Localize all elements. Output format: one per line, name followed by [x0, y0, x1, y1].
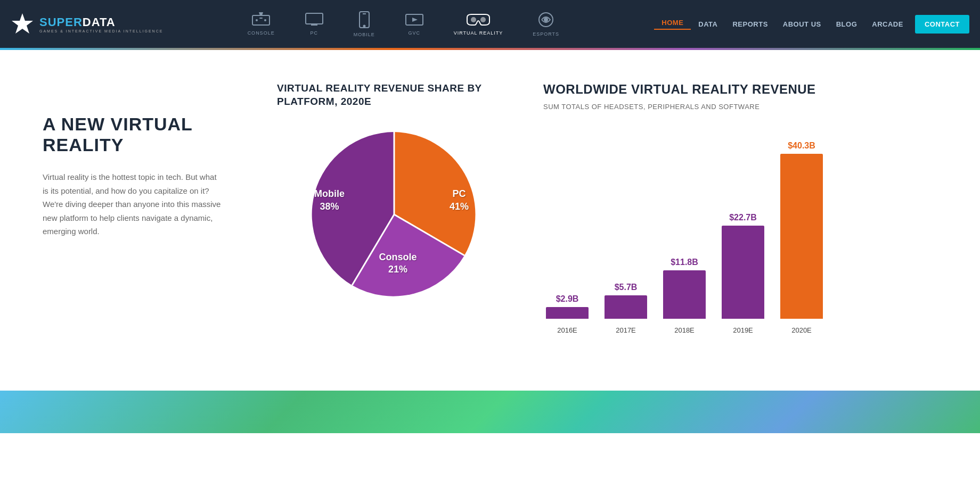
brand-tagline: GAMES & INTERACTIVE MEDIA INTELLIGENCE [39, 29, 163, 33]
pie-chart-svg [304, 124, 485, 305]
esports-icon [537, 11, 554, 28]
bar-col-2018e: $11.8B2018E [660, 258, 708, 334]
bar-value-3: $22.7B [729, 213, 757, 222]
svg-point-13 [471, 18, 476, 22]
brand-name: SUPERDATA [39, 15, 163, 29]
bar-rect-3 [722, 226, 764, 319]
bar-value-2: $11.8B [671, 258, 698, 267]
pie-chart-container: PC 41% Mobile 38% Console 21% [304, 124, 485, 305]
svg-rect-4 [259, 18, 263, 19]
mobile-label: MOBILE [354, 32, 375, 37]
pc-icon [305, 12, 324, 27]
bar-rect-4 [780, 154, 823, 319]
sidebar-item-gvc[interactable]: GVC [390, 12, 439, 36]
svg-point-2 [256, 19, 258, 21]
nav-menu: HOME DATA REPORTS ABOUT US BLOG ARCADE C… [654, 15, 969, 34]
svg-marker-0 [12, 13, 33, 34]
svg-rect-1 [252, 15, 270, 25]
pc-label: PC [310, 30, 318, 36]
bar-rect-0 [546, 307, 589, 319]
svg-point-14 [481, 18, 485, 22]
console-icon [251, 12, 271, 27]
pie-console-name: Console [379, 251, 417, 263]
hero-description: Virtual reality is the hottest topic in … [43, 170, 224, 238]
hero-section: A NEW VIRTUAL REALITY Virtual reality is… [43, 82, 245, 238]
sidebar-item-esports[interactable]: ESPORTS [518, 11, 574, 37]
bar-value-0: $2.9B [556, 294, 579, 304]
brand-name-part1: SUPER [39, 15, 83, 29]
vr-label: VIRTUAL REALITY [454, 30, 503, 36]
bar-rect-2 [663, 270, 706, 319]
vr-icon [466, 12, 491, 27]
svg-point-9 [363, 26, 365, 27]
pie-mobile-name: Mobile [314, 188, 345, 200]
bar-col-2019e: $22.7B2019E [719, 213, 767, 334]
pie-pc-name: PC [450, 188, 469, 200]
page-title: A NEW VIRTUAL REALITY [43, 114, 245, 155]
nav-arcade[interactable]: ARCADE [864, 20, 911, 28]
bar-chart-section: WORLDWIDE VIRTUAL REALITY REVENUE SUM TO… [543, 82, 937, 334]
bar-label-3: 2019E [733, 326, 753, 334]
footer-gradient [0, 391, 980, 433]
svg-point-16 [544, 18, 548, 21]
bar-chart-title: WORLDWIDE VIRTUAL REALITY REVENUE [543, 82, 937, 97]
svg-marker-12 [412, 18, 418, 22]
mobile-icon [358, 11, 370, 29]
logo-area[interactable]: SUPERDATA GAMES & INTERACTIVE MEDIA INTE… [11, 12, 163, 36]
bar-label-4: 2020E [791, 326, 812, 334]
pie-mobile-value: 38% [314, 201, 345, 213]
svg-rect-5 [306, 13, 323, 24]
bar-col-2016e: $2.9B2016E [543, 294, 591, 334]
bar-chart-area: $2.9B2016E$5.7B2017E$11.8B2018E$22.7B201… [543, 132, 937, 334]
pie-console-value: 21% [379, 263, 417, 276]
category-nav: CONSOLE PC MOBILE GVC [163, 11, 643, 37]
pie-label-mobile: Mobile 38% [314, 188, 345, 213]
bar-value-4: $40.3B [788, 141, 815, 151]
sidebar-item-vr[interactable]: VIRTUAL REALITY [439, 12, 518, 36]
main-content: A NEW VIRTUAL REALITY Virtual reality is… [0, 50, 980, 391]
esports-label: ESPORTS [533, 31, 559, 37]
bar-label-1: 2017E [616, 326, 636, 334]
bar-col-2017e: $5.7B2017E [602, 283, 650, 334]
bar-value-1: $5.7B [615, 283, 638, 292]
nav-contact[interactable]: CONTACT [915, 15, 969, 34]
pie-chart-section: VIRTUAL REALITY REVENUE SHARE BY PLATFOR… [277, 82, 511, 305]
nav-data[interactable]: DATA [691, 20, 725, 28]
sidebar-item-pc[interactable]: PC [290, 12, 339, 36]
logo-text: SUPERDATA GAMES & INTERACTIVE MEDIA INTE… [39, 15, 163, 33]
nav-about-us[interactable]: ABOUT US [775, 20, 829, 28]
sidebar-item-console[interactable]: CONSOLE [233, 12, 290, 36]
bar-col-2020e: $40.3B2020E [778, 141, 826, 334]
bar-label-2: 2018E [674, 326, 695, 334]
console-label: CONSOLE [248, 30, 275, 36]
logo-star-icon [11, 12, 34, 36]
sidebar-item-mobile[interactable]: MOBILE [339, 11, 390, 37]
pie-label-console: Console 21% [379, 251, 417, 276]
bar-label-0: 2016E [557, 326, 577, 334]
nav-reports[interactable]: REPORTS [725, 20, 775, 28]
pie-pc-value: 41% [450, 201, 469, 213]
nav-home[interactable]: HOME [654, 19, 691, 30]
brand-name-part2: DATA [83, 15, 116, 29]
bar-rect-1 [605, 295, 647, 319]
bar-chart-subtitle: SUM TOTALS OF HEADSETS, PERIPHERALS AND … [543, 103, 937, 111]
nav-blog[interactable]: BLOG [829, 20, 865, 28]
svg-point-3 [264, 19, 266, 21]
gvc-icon [405, 12, 424, 27]
pie-label-pc: PC 41% [450, 188, 469, 213]
header: SUPERDATA GAMES & INTERACTIVE MEDIA INTE… [0, 0, 980, 48]
pie-chart-title: VIRTUAL REALITY REVENUE SHARE BY PLATFOR… [277, 82, 511, 108]
gvc-label: GVC [408, 30, 420, 36]
